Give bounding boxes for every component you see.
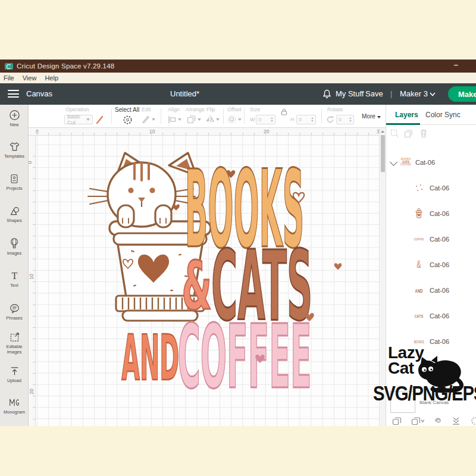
editable-frame-icon xyxy=(9,331,20,343)
edit-toolbar: Operation Basic Cut Select All Edit xyxy=(29,105,386,128)
layer-thumbnail-ampersand: & xyxy=(413,259,425,271)
sidebar-item-editable-images[interactable]: Editable Images xyxy=(0,331,29,355)
nav-separator: | xyxy=(390,89,392,98)
window-title: Cricut Design Space v7.29.148 xyxy=(17,62,114,70)
machine-selector[interactable]: Maker 3 xyxy=(400,89,428,98)
lazy-cat-logo: Lazy Cat xyxy=(388,345,424,376)
cricut-logo-icon xyxy=(5,63,13,70)
layer-row[interactable]: AND Cat-06 xyxy=(386,280,476,300)
align-label: Align xyxy=(168,107,180,112)
width-label: W xyxy=(250,117,255,123)
group-button[interactable] xyxy=(392,416,402,425)
menu-help[interactable]: Help xyxy=(45,74,58,82)
offset-icon[interactable] xyxy=(227,115,236,124)
rotate-stepper[interactable]: 0 xyxy=(336,115,354,124)
monogram-mg-icon xyxy=(8,397,20,408)
flatten-button[interactable] xyxy=(452,416,461,425)
menu-file[interactable]: File xyxy=(4,74,14,82)
text-t-icon: T xyxy=(9,270,20,281)
attach-button[interactable] xyxy=(433,416,443,425)
ruler-vertical: 0 10 20 xyxy=(29,136,36,426)
workspace: New Templates Projects xyxy=(0,105,476,426)
scrollbar-thumb[interactable] xyxy=(381,135,385,172)
notifications-bell-icon[interactable] xyxy=(322,89,331,99)
sidebar-item-templates[interactable]: Templates xyxy=(0,141,29,159)
edit-caret[interactable] xyxy=(152,118,155,121)
select-all-icon[interactable] xyxy=(123,115,133,125)
sidebar-item-text[interactable]: T Text xyxy=(0,270,29,288)
layer-row[interactable]: & Cat-06 xyxy=(386,255,476,275)
titlebar: Cricut Design Space v7.29.148 – xyxy=(0,60,476,73)
sidebar-item-monogram[interactable]: Monogram xyxy=(0,397,29,415)
offset-caret[interactable] xyxy=(238,118,242,121)
height-label: H xyxy=(290,117,295,123)
my-stuff-link[interactable]: My Stuff xyxy=(336,89,364,98)
linetype-pen-icon[interactable] xyxy=(95,115,105,125)
edit-pencil-icon[interactable] xyxy=(142,115,150,124)
height-stepper[interactable]: 0 xyxy=(296,115,316,124)
arrange-label: Arrange xyxy=(186,107,205,112)
duplicate-icon[interactable] xyxy=(404,129,413,138)
bottom-actions xyxy=(386,416,476,426)
edit-label: Edit xyxy=(142,107,151,112)
sidebar-item-phrases[interactable]: Phrases xyxy=(0,303,29,321)
sidebar-item-new[interactable]: New xyxy=(0,109,29,127)
rotate-icon[interactable] xyxy=(326,115,334,124)
layer-row[interactable]: CATS Cat-06 xyxy=(386,306,476,326)
select-all-button[interactable]: Select All xyxy=(115,107,139,113)
trash-icon[interactable] xyxy=(419,129,428,138)
layer-group-row[interactable]: BOOKS CATS COFFEE Cat-06 xyxy=(386,152,476,173)
make-it-button[interactable]: Make It xyxy=(448,86,476,102)
canvas-label: Canvas xyxy=(26,89,52,98)
sidebar-item-projects[interactable]: Projects xyxy=(0,173,29,191)
aspect-lock-icon[interactable] xyxy=(281,108,287,115)
layer-thumbnail-coffee-text: COFFEE xyxy=(413,233,425,245)
upload-arrow-icon xyxy=(9,365,20,377)
contour-button[interactable] xyxy=(471,416,476,425)
operation-label: Operation xyxy=(65,107,89,112)
ungroup-icon[interactable] xyxy=(390,129,399,138)
menu-view[interactable]: View xyxy=(23,74,37,82)
duplicate-button[interactable] xyxy=(411,416,424,425)
save-button[interactable]: Save xyxy=(365,89,383,98)
hamburger-menu-icon[interactable] xyxy=(8,90,19,100)
align-caret[interactable] xyxy=(178,118,181,121)
ruler-horizontal: 0 10 20 30 xyxy=(29,128,386,136)
flip-icon[interactable] xyxy=(205,115,215,124)
flip-label: Flip xyxy=(206,107,215,112)
panel-tabs: Layers Color Sync xyxy=(386,105,476,125)
word-coffee: COFFEE xyxy=(177,305,311,408)
arrange-caret[interactable] xyxy=(198,118,201,121)
sidebar-item-shapes[interactable]: Shapes xyxy=(0,205,29,223)
chevron-expand-icon[interactable] xyxy=(390,158,397,166)
more-button[interactable]: More xyxy=(362,113,381,120)
arrange-layers-icon[interactable] xyxy=(187,115,196,124)
layer-thumbnail-group: BOOKS CATS COFFEE xyxy=(400,156,412,168)
scroll-up-arrow[interactable] xyxy=(381,130,384,133)
layer-group-name[interactable]: Cat-06 xyxy=(415,159,435,166)
layer-actions xyxy=(386,125,476,142)
menubar: File View Help xyxy=(0,73,476,83)
flip-caret[interactable] xyxy=(216,118,220,121)
tab-layers[interactable]: Layers xyxy=(395,111,418,119)
align-icon[interactable] xyxy=(168,115,176,124)
design-artwork[interactable]: BOOKS & CATS AND COFFEE xyxy=(29,128,386,426)
cat-illustration xyxy=(88,153,196,227)
width-stepper[interactable]: 0 xyxy=(256,115,275,124)
offset-label: Offset xyxy=(227,107,242,112)
layer-thumbnail-cats-text: CATS xyxy=(413,310,425,322)
sidebar-item-images[interactable]: Images xyxy=(0,237,29,256)
document-title[interactable]: Untitled* xyxy=(170,89,199,98)
word-and: AND xyxy=(121,322,179,394)
sidebar-item-upload[interactable]: Upload xyxy=(0,365,29,383)
tab-color-sync[interactable]: Color Sync xyxy=(425,111,461,119)
canvas-area[interactable]: 0 10 20 30 0 10 20 xyxy=(29,128,386,426)
minimize-button[interactable]: – xyxy=(454,60,458,69)
new-plus-icon xyxy=(9,109,20,121)
layer-row[interactable]: Cat-06 xyxy=(386,178,476,198)
layer-row[interactable]: COFFEE Cat-06 xyxy=(386,229,476,249)
operation-select[interactable]: Basic Cut xyxy=(64,115,93,124)
left-sidebar: New Templates Projects xyxy=(0,105,29,426)
chevron-down-icon[interactable] xyxy=(430,92,436,96)
layer-row[interactable]: Cat-06 xyxy=(386,203,476,224)
